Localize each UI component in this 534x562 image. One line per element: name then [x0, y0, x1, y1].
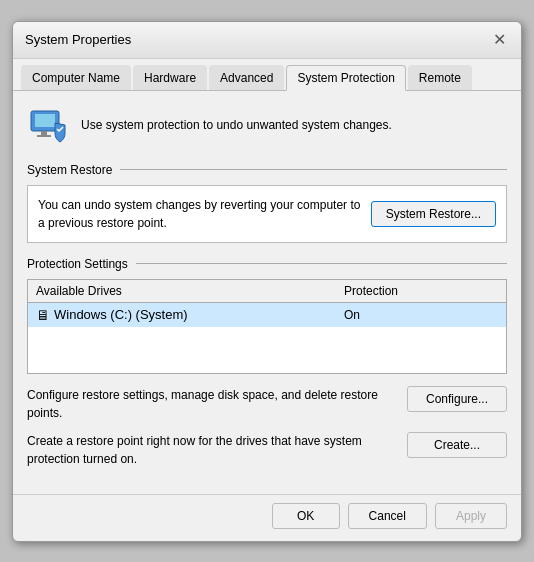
title-bar: System Properties ✕ [13, 22, 521, 59]
svg-rect-2 [41, 131, 47, 135]
tab-remote[interactable]: Remote [408, 65, 472, 90]
drives-table-header: Available Drives Protection [28, 280, 506, 303]
tab-bar: Computer Name Hardware Advanced System P… [13, 59, 521, 91]
svg-rect-1 [35, 114, 55, 127]
system-restore-description: You can undo system changes by reverting… [38, 196, 361, 232]
drives-table: Available Drives Protection 🖥 Windows (C… [27, 279, 507, 374]
drive-icon: 🖥 [36, 307, 50, 323]
window-title: System Properties [25, 32, 131, 47]
create-button[interactable]: Create... [407, 432, 507, 458]
protection-settings-section: Protection Settings Available Drives Pro… [27, 257, 507, 468]
system-restore-section: System Restore You can undo system chang… [27, 163, 507, 243]
drives-table-body: 🖥 Windows (C:) (System) On [28, 303, 506, 373]
system-restore-label: System Restore [27, 163, 507, 177]
create-description: Create a restore point right now for the… [27, 432, 397, 468]
system-restore-box: You can undo system changes by reverting… [27, 185, 507, 243]
table-row[interactable]: 🖥 Windows (C:) (System) On [28, 303, 506, 327]
tab-advanced[interactable]: Advanced [209, 65, 284, 90]
drive-name: Windows (C:) (System) [54, 307, 188, 322]
system-properties-window: System Properties ✕ Computer Name Hardwa… [12, 21, 522, 542]
svg-rect-3 [37, 135, 51, 137]
header-description: Use system protection to undo unwanted s… [81, 117, 392, 134]
drives-col-header-name: Available Drives [36, 284, 344, 298]
tab-computer-name[interactable]: Computer Name [21, 65, 131, 90]
create-row: Create a restore point right now for the… [27, 432, 507, 468]
drive-name-cell: 🖥 Windows (C:) (System) [36, 307, 344, 323]
close-button[interactable]: ✕ [489, 30, 509, 50]
configure-button[interactable]: Configure... [407, 386, 507, 412]
drive-protection-cell: On [344, 308, 498, 322]
system-restore-button[interactable]: System Restore... [371, 201, 496, 227]
system-protection-icon [27, 105, 69, 147]
protection-settings-label: Protection Settings [27, 257, 507, 271]
header-section: Use system protection to undo unwanted s… [27, 105, 507, 147]
cancel-button[interactable]: Cancel [348, 503, 427, 529]
tab-hardware[interactable]: Hardware [133, 65, 207, 90]
dialog-footer: OK Cancel Apply [13, 494, 521, 541]
tab-system-protection[interactable]: System Protection [286, 65, 405, 91]
ok-button[interactable]: OK [272, 503, 340, 529]
configure-row: Configure restore settings, manage disk … [27, 386, 507, 422]
drives-col-header-protection: Protection [344, 284, 498, 298]
tab-content: Use system protection to undo unwanted s… [13, 91, 521, 490]
configure-description: Configure restore settings, manage disk … [27, 386, 397, 422]
apply-button[interactable]: Apply [435, 503, 507, 529]
